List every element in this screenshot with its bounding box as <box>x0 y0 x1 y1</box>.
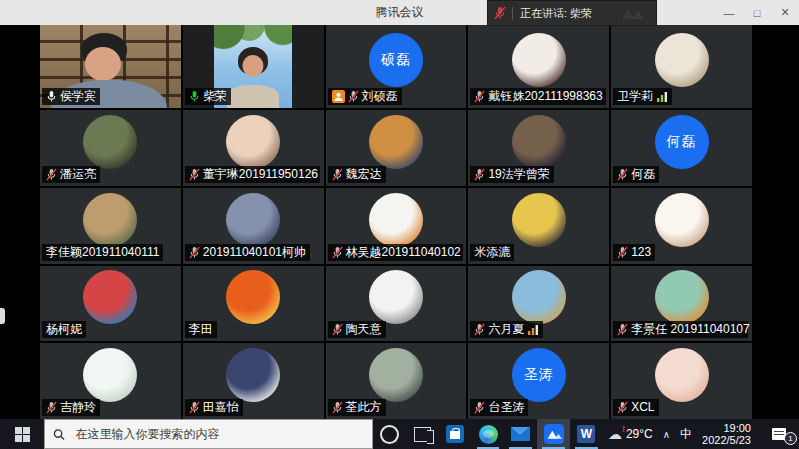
participant-tile[interactable]: 柴荣 <box>183 25 324 108</box>
participant-tile[interactable]: 林吴越201911040102 <box>326 188 467 264</box>
previous-page-arrow[interactable] <box>0 308 5 324</box>
participant-name-label: 董宇琳201911950126 <box>185 166 320 183</box>
muted-mic-icon <box>474 90 485 103</box>
muted-mic-icon <box>332 246 343 259</box>
window-controls: — □ ✕ <box>715 0 799 25</box>
participant-tile[interactable]: 吉静玲 <box>40 343 181 419</box>
cortana-button[interactable] <box>373 419 406 449</box>
participant-tile[interactable]: 魏宏达 <box>326 110 467 186</box>
muted-mic-icon <box>348 90 359 103</box>
temperature-label: 29°C <box>626 427 653 441</box>
avatar <box>226 115 280 169</box>
mail-button[interactable] <box>504 419 537 449</box>
avatar: 何磊 <box>655 115 709 169</box>
muted-mic-icon <box>617 168 628 181</box>
participant-name-label: 卫学莉 <box>613 88 672 105</box>
muted-mic-icon <box>332 401 343 414</box>
clock-time: 19:00 <box>723 422 751 434</box>
speaking-banner[interactable]: 正在讲话: 柴荣 <box>487 0 657 26</box>
speaking-mic-icon <box>189 90 200 103</box>
search-input[interactable] <box>73 426 364 442</box>
participant-name: 潘运亮 <box>60 167 96 182</box>
participant-tile[interactable]: 李景任 201911040107 <box>611 266 752 342</box>
avatar <box>369 193 423 247</box>
participant-name-label: 杨柯妮 <box>42 321 86 338</box>
participant-name-label: 戴钰姝202111998363 <box>470 88 605 105</box>
participant-tile[interactable]: 硕磊刘硕磊 <box>326 25 467 108</box>
participant-name-label: 吉静玲 <box>42 399 100 416</box>
participant-name: 吉静玲 <box>60 400 96 415</box>
muted-mic-icon <box>617 246 628 259</box>
start-button[interactable] <box>0 419 44 449</box>
muted-mic-icon[interactable] <box>494 6 506 20</box>
muted-mic-icon <box>617 323 628 336</box>
avatar <box>226 193 280 247</box>
taskbar-clock[interactable]: 19:00 2022/5/23 <box>697 419 759 449</box>
windows-logo-icon <box>15 427 30 442</box>
word-icon: W <box>577 425 595 443</box>
participant-name: 林吴越201911040102 <box>346 245 461 260</box>
participant-name: 董宇琳201911950126 <box>203 167 318 182</box>
participant-name: 荃此方 <box>346 400 382 415</box>
participant-name: 陶天意 <box>346 322 382 337</box>
task-view-button[interactable] <box>406 419 439 449</box>
chevron-up-icon: ∧ <box>663 429 670 440</box>
participant-name: 魏宏达 <box>346 167 382 182</box>
participant-name-label: 侯学宾 <box>42 88 100 105</box>
participant-tile[interactable]: 荃此方 <box>326 343 467 419</box>
avatar <box>655 348 709 402</box>
participant-name: 田嘉怡 <box>203 400 239 415</box>
participant-tile[interactable]: 李佳颖201911040111 <box>40 188 181 264</box>
participant-tile[interactable]: 19法学曾荣 <box>468 110 609 186</box>
edge-button[interactable] <box>472 419 505 449</box>
minimize-button[interactable]: — <box>715 0 743 25</box>
participant-name-label: 柴荣 <box>185 88 231 105</box>
word-button[interactable]: W <box>570 419 603 449</box>
participant-tile[interactable]: 侯学宾 <box>40 25 181 108</box>
participant-tile[interactable]: 米添漉 <box>468 188 609 264</box>
participant-name: 123 <box>631 245 651 260</box>
tencent-meeting-button[interactable] <box>537 419 570 449</box>
avatar <box>226 348 280 402</box>
participant-tile[interactable]: 123 <box>611 188 752 264</box>
participant-name-label: 李景任 201911040107 <box>613 321 748 338</box>
window-title: 腾讯会议 <box>376 4 424 21</box>
participant-tile[interactable]: 卫学莉 <box>611 25 752 108</box>
cortana-icon <box>380 425 399 444</box>
participant-tile[interactable]: 圣涛台圣涛 <box>468 343 609 419</box>
participant-name-label: 陶天意 <box>328 321 386 338</box>
speaking-banner-text: 正在讲话: 柴荣 <box>520 6 592 21</box>
close-button[interactable]: ✕ <box>771 0 799 25</box>
participant-tile[interactable]: 六月夏 <box>468 266 609 342</box>
ime-indicator[interactable]: 中 <box>675 419 697 449</box>
participant-name: 何磊 <box>631 167 655 182</box>
participant-tile[interactable]: 李田 <box>183 266 324 342</box>
avatar <box>512 33 566 87</box>
maximize-button[interactable]: □ <box>743 0 771 25</box>
participant-tile[interactable]: 陶天意 <box>326 266 467 342</box>
participant-name-label: 六月夏 <box>470 321 543 338</box>
microsoft-store-button[interactable] <box>439 419 472 449</box>
avatar <box>226 270 280 324</box>
muted-mic-icon <box>189 401 200 414</box>
avatar <box>369 270 423 324</box>
muted-mic-icon <box>474 401 485 414</box>
participant-tile[interactable]: 田嘉怡 <box>183 343 324 419</box>
participant-name: 卫学莉 <box>617 89 653 104</box>
hidden-icons-chevron[interactable]: ∧ <box>658 419 675 449</box>
participant-name: 杨柯妮 <box>46 322 82 337</box>
participant-tile[interactable]: 董宇琳201911950126 <box>183 110 324 186</box>
participant-tile[interactable]: XCL <box>611 343 752 419</box>
weather-widget[interactable]: ☁! 29°C <box>603 419 658 449</box>
avatar <box>83 193 137 247</box>
muted-mic-icon <box>46 168 57 181</box>
participant-tile[interactable]: 何磊何磊 <box>611 110 752 186</box>
participant-tile[interactable]: 杨柯妮 <box>40 266 181 342</box>
action-center-button[interactable]: 1 <box>759 419 799 449</box>
participant-tile[interactable]: 潘运亮 <box>40 110 181 186</box>
participant-tile[interactable]: 戴钰姝202111998363 <box>468 25 609 108</box>
taskbar-search[interactable] <box>44 419 373 449</box>
participant-tile[interactable]: 201911040101柯帅 <box>183 188 324 264</box>
participant-name: 李田 <box>189 322 213 337</box>
task-view-icon <box>414 427 431 442</box>
